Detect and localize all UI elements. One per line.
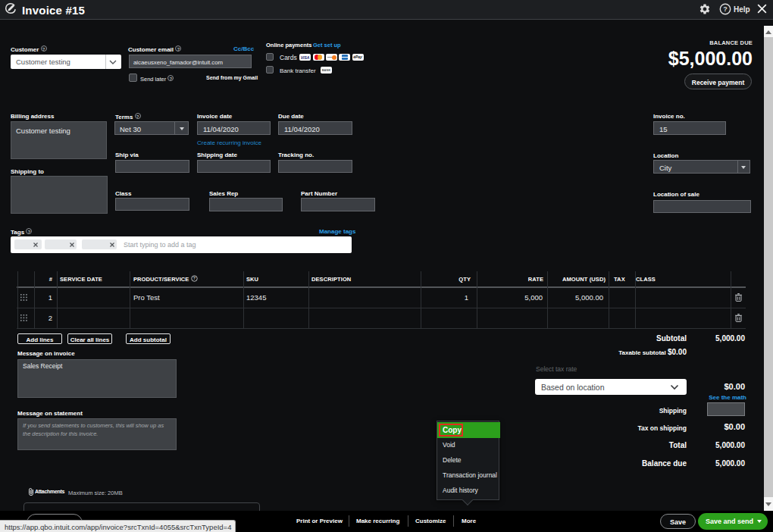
svg-text:?: ? xyxy=(193,276,196,280)
svg-text:?: ? xyxy=(723,5,728,13)
